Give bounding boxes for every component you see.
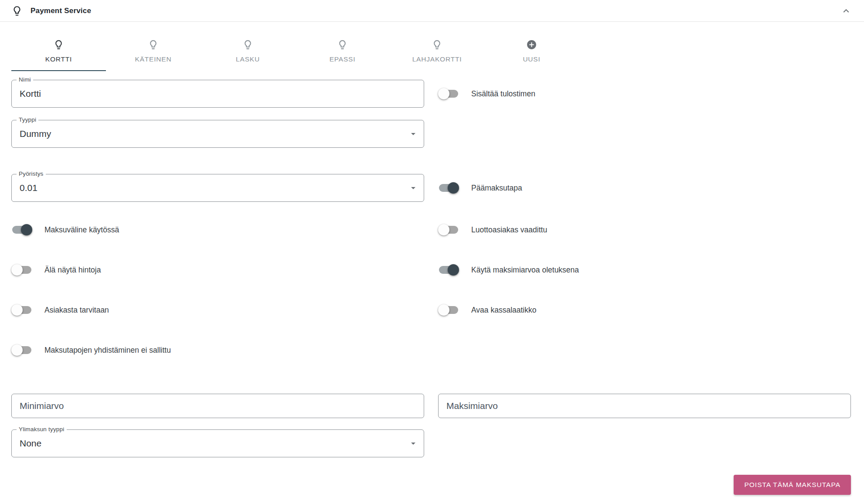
switch-thumb (11, 344, 23, 356)
nimi-field-value: Kortti (20, 89, 41, 99)
switch-thumb (11, 264, 23, 276)
tab-label: LAHJAKORTTI (412, 55, 462, 63)
maksimiarvo-input[interactable]: Maksimiarvo (438, 394, 851, 418)
switch[interactable] (439, 306, 458, 314)
switch[interactable] (12, 266, 31, 274)
toggle-label: Luottoasiakas vaadittu (471, 225, 547, 235)
toggle-label: Maksutapojen yhdistäminen ei sallittu (44, 346, 171, 355)
minimiarvo-placeholder: Minimiarvo (20, 401, 64, 411)
toggle-label: Maksuväline käytössä (44, 225, 119, 235)
toggle-label: Älä näytä hintoja (44, 266, 101, 275)
pyoristys-select-value: 0.01 (20, 183, 37, 193)
toggle-label: Käytä maksimiarvoa oletuksena (471, 266, 579, 275)
tab-label: EPASSI (330, 55, 356, 63)
switch[interactable] (12, 226, 31, 234)
ylimaksun-tyyppi-select[interactable]: Ylimaksun tyyppi None (11, 429, 424, 457)
switch-thumb (448, 182, 459, 194)
tab-label: LASKU (236, 55, 260, 63)
delete-payment-method-button[interactable]: POISTA TÄMÄ MAKSUTAPA (734, 475, 851, 495)
lightbulb-icon (337, 39, 348, 50)
switch[interactable] (439, 266, 458, 274)
switch-thumb (438, 304, 449, 316)
toggle-label: Asiakasta tarvitaan (44, 306, 109, 315)
tab-label: KORTTI (45, 55, 72, 63)
toggle-ala-nayta-hintoja[interactable]: Älä näytä hintoja (11, 266, 424, 275)
tab-uusi[interactable]: UUSI (484, 34, 579, 71)
ylimaksun-tyyppi-select-label: Ylimaksun tyyppi (17, 426, 67, 432)
chevron-down-icon (408, 438, 418, 449)
ylimaksun-tyyppi-select-value: None (20, 438, 41, 449)
minimiarvo-input[interactable]: Minimiarvo (11, 394, 424, 418)
tab-epassi[interactable]: EPASSI (295, 34, 390, 71)
tyyppi-select-value: Dummy (20, 129, 51, 139)
switch-thumb (448, 264, 459, 276)
toggle-maksuvaline-kaytossa[interactable]: Maksuväline käytössä (11, 225, 424, 235)
maksimiarvo-placeholder: Maksimiarvo (446, 401, 498, 411)
toggle-label: Sisältää tulostimen (471, 89, 535, 99)
toggle-paamaksutapa[interactable]: Päämaksutapa (438, 184, 851, 193)
spacer (438, 134, 851, 134)
switch[interactable] (12, 306, 31, 314)
toggle-asiakasta-tarvitaan[interactable]: Asiakasta tarvitaan (11, 306, 424, 315)
page-title: Payment Service (31, 7, 91, 15)
switch-thumb (438, 88, 449, 99)
switch-thumb (21, 224, 32, 235)
switch[interactable] (439, 90, 458, 98)
tab-lasku[interactable]: LASKU (201, 34, 295, 71)
toggle-kayta-maksimiarvoa-oletuksena[interactable]: Käytä maksimiarvoa oletuksena (438, 266, 851, 275)
tab-kortti[interactable]: KORTTI (11, 34, 106, 71)
toggle-luottoasiakas-vaadittu[interactable]: Luottoasiakas vaadittu (438, 225, 851, 235)
toggle-label: Avaa kassalaatikko (471, 306, 537, 315)
nimi-field-label: Nimi (17, 76, 33, 83)
toggle-maksutapojen-yhdistaminen-ei-sallittu[interactable]: Maksutapojen yhdistäminen ei sallittu (11, 346, 424, 355)
pyoristys-select-label: Pyöristys (17, 170, 46, 177)
tab-label: UUSI (523, 55, 540, 63)
chevron-down-icon (408, 129, 418, 139)
lightbulb-icon (242, 39, 253, 50)
spacer (11, 485, 424, 485)
tab-label: KÄTEINEN (135, 55, 172, 63)
tyyppi-select[interactable]: Tyyppi Dummy (11, 120, 424, 148)
toggle-sisaltaa-tulostimen[interactable]: Sisältää tulostimen (438, 89, 851, 99)
lightbulb-icon (432, 39, 442, 50)
pyoristys-select[interactable]: Pyöristys 0.01 (11, 174, 424, 202)
lightbulb-icon (53, 39, 64, 50)
toggle-avaa-kassalaatikko[interactable]: Avaa kassalaatikko (438, 306, 851, 315)
chevron-down-icon (408, 183, 418, 193)
switch-thumb (438, 224, 449, 235)
switch[interactable] (439, 184, 458, 192)
payment-method-tabs: KORTTI KÄTEINEN LASKU EPASSI LAHJAKORTTI (11, 34, 851, 71)
tyyppi-select-label: Tyyppi (17, 116, 38, 123)
payment-service-header: Payment Service (0, 0, 864, 22)
tab-lahjakortti[interactable]: LAHJAKORTTI (390, 34, 484, 71)
spacer (438, 443, 851, 444)
nimi-field[interactable]: Nimi Kortti (11, 80, 424, 108)
tab-kateinen[interactable]: KÄTEINEN (106, 34, 201, 71)
spacer (438, 350, 851, 351)
switch[interactable] (12, 346, 31, 354)
lightbulb-icon (148, 39, 159, 50)
chevron-up-icon[interactable] (840, 5, 852, 17)
lightbulb-icon (11, 5, 23, 17)
add-circle-icon (526, 39, 537, 50)
switch[interactable] (439, 226, 458, 234)
toggle-label: Päämaksutapa (471, 184, 522, 193)
switch-thumb (11, 304, 23, 316)
